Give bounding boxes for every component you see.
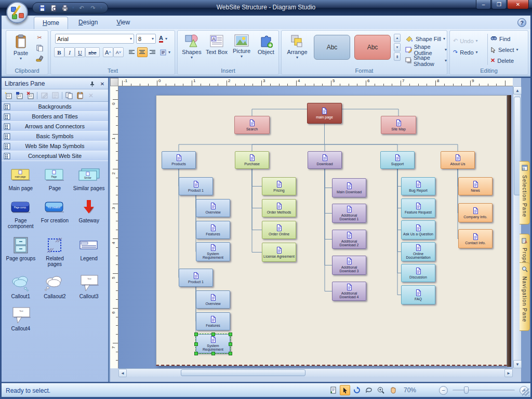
tab-home[interactable]: Home — [34, 17, 68, 29]
shapes-button[interactable]: Shapes▾ — [180, 32, 204, 66]
pan-hand-icon[interactable] — [388, 385, 398, 395]
shape-fill-button[interactable]: Shape Fill▾ — [405, 34, 445, 44]
palette-item-callout3[interactable]: TextCallout3 — [72, 274, 106, 299]
diagram-node-bugreport[interactable]: Bug Report — [401, 177, 435, 195]
text-direction-button[interactable]: ▾ — [160, 47, 170, 57]
copy-shape-icon[interactable] — [64, 91, 74, 100]
palette-item-for-creation[interactable]: For creationFor creation — [38, 198, 72, 229]
side-tab-selection-pane[interactable]: Selection Pane — [520, 161, 530, 224]
zoom-out-button[interactable]: − — [439, 386, 448, 395]
scroll-right-button[interactable]: ► — [504, 369, 513, 377]
grow-font-button[interactable]: A˄ — [103, 47, 113, 57]
horizontal-scrollbar[interactable]: ◄ ► — [118, 368, 513, 377]
diagram-node-companyinfo[interactable]: Company Info. — [458, 203, 493, 222]
new-library-icon[interactable] — [4, 91, 13, 100]
diagram-node-faq[interactable]: FAQ — [401, 285, 435, 304]
selection-handle[interactable] — [211, 332, 215, 336]
library-category-basic-symbols[interactable]: Basic Symbols — [2, 131, 108, 141]
zoom-slider[interactable] — [453, 390, 515, 391]
style-gallery-down[interactable]: ▼ — [394, 43, 401, 51]
tab-view[interactable]: View — [108, 17, 138, 29]
font-size-select[interactable]: 8▾ — [136, 34, 156, 44]
palette-item-page-component[interactable]: Page comp.Page component — [4, 198, 38, 229]
palette-item-callaout2[interactable]: Callaout2 — [38, 274, 72, 299]
diagram-node-download[interactable]: Download — [308, 151, 342, 169]
diagram-node-adddl3[interactable]: Additional Download 3 — [332, 256, 366, 275]
font-name-select[interactable]: Arial▾ — [55, 34, 134, 44]
format-painter-button[interactable] — [34, 54, 45, 63]
diagram-node-sysreq2[interactable]: System Requirement — [196, 334, 230, 353]
library-category-borders-and-titles[interactable]: Borders and Titles — [2, 112, 108, 122]
palette-item-legend[interactable]: Legend — [72, 236, 106, 267]
palette-item-page[interactable]: PagePage — [38, 166, 72, 191]
diagram-node-contactinfo[interactable]: Contact Info. — [458, 229, 493, 248]
selection-handle[interactable] — [211, 352, 215, 355]
diagram-node-sitemap[interactable]: Site Map — [381, 116, 416, 134]
align-center-button[interactable] — [137, 47, 148, 57]
diagram-node-license[interactable]: License Agreement — [262, 243, 296, 262]
diagram-node-news[interactable]: News — [458, 177, 493, 195]
minimize-button[interactable]: – — [476, 0, 491, 9]
palette-item-page-groups[interactable]: Page groups — [4, 236, 38, 267]
pan-rotate-icon[interactable] — [352, 385, 362, 395]
diagram-node-orderonline[interactable]: Order Online — [262, 221, 296, 239]
underline-button[interactable]: U — [75, 47, 85, 57]
lasso-zoom-icon[interactable] — [364, 385, 374, 395]
diagram-node-purchase[interactable]: Purchase — [235, 151, 269, 169]
palette-item-gateway[interactable]: Gateway — [72, 198, 106, 229]
paste-shape-icon[interactable] — [75, 91, 85, 100]
diagram-node-search[interactable]: Search — [234, 116, 270, 134]
diagram-node-pricing[interactable]: Pricing — [262, 177, 296, 195]
diagram-node-discussion[interactable]: Discussion — [401, 264, 435, 282]
save-icon[interactable] — [38, 4, 46, 12]
close-button[interactable]: ✕ — [507, 0, 529, 9]
diagram-node-ordermeth[interactable]: Order Methods — [262, 199, 296, 217]
text-box-button[interactable]: A Text Box — [205, 32, 229, 66]
application-menu-button[interactable] — [6, 2, 28, 23]
tab-design[interactable]: Design — [70, 17, 106, 29]
cut-button[interactable]: ✂ — [34, 33, 45, 43]
help-icon[interactable]: ? — [517, 18, 526, 27]
library-category-backgrounds[interactable]: Backgrounds — [2, 102, 108, 112]
palette-item-main-page[interactable]: main pageMain page — [4, 166, 38, 191]
shape-shadow-button[interactable]: Shape Shadow▾ — [405, 56, 447, 65]
diagram-viewport[interactable]: main pageSearchSite MapProductsPurchaseD… — [118, 86, 513, 368]
customize-qat-icon[interactable]: ▾ — [100, 6, 102, 9]
palette-item-related-pages[interactable]: Related pages — [38, 236, 72, 267]
diagram-node-products[interactable]: Products — [162, 151, 196, 169]
diagram-node-main[interactable]: main page — [307, 103, 342, 124]
font-color-button[interactable]: A ▾ — [159, 34, 167, 44]
print-preview-icon[interactable] — [49, 4, 58, 12]
bold-button[interactable]: B — [54, 47, 64, 57]
palette-item-callout4[interactable]: TextCallout4 — [4, 307, 38, 331]
zoom-region-icon[interactable] — [376, 385, 386, 395]
diagram-node-features2[interactable]: Features — [196, 312, 230, 330]
diagram-node-overview2[interactable]: Overview — [196, 290, 230, 309]
zoom-slider-thumb[interactable] — [464, 387, 469, 394]
library-category-conceptual-web-site[interactable]: Conceptual Web Site — [2, 151, 108, 161]
diagram-node-product1b[interactable]: Product 1 — [179, 269, 213, 287]
shape-style-red[interactable]: Abc — [354, 35, 391, 60]
delete-button[interactable]: ✕Delete — [490, 56, 514, 65]
picture-button[interactable]: Picture▾ — [230, 32, 254, 66]
diagram-node-features1[interactable]: Features — [196, 221, 230, 239]
close-pane-icon[interactable]: ✕ — [99, 80, 106, 87]
arrange-button[interactable]: Arrange▾ — [284, 32, 311, 66]
shape-outline-button[interactable]: Shape Outline▾ — [405, 45, 447, 55]
horizontal-scroll-thumb[interactable] — [181, 369, 305, 376]
selection-handle[interactable] — [229, 332, 232, 336]
diagram-node-adddl2[interactable]: Additional Download 2 — [332, 230, 366, 249]
find-button[interactable]: Find — [490, 34, 510, 44]
select-tool-icon[interactable] — [340, 385, 350, 395]
maximize-button[interactable]: ❐ — [491, 0, 507, 9]
selection-handle[interactable] — [194, 342, 198, 346]
diagram-node-overview1[interactable]: Overview — [196, 199, 230, 217]
style-gallery-more[interactable]: ⇟ — [394, 52, 401, 61]
italic-button[interactable]: I — [64, 47, 75, 57]
shrink-font-button[interactable]: A˅ — [113, 47, 124, 57]
diagram-node-adddl4[interactable]: Additional Download 4 — [332, 282, 366, 301]
copy-button[interactable] — [34, 43, 45, 53]
print-dropdown-icon[interactable]: ▾ — [72, 6, 74, 9]
library-category-web-site-map-symbols[interactable]: Web Site Map Symbols — [2, 141, 108, 151]
diagram-node-maindl[interactable]: Main Download — [332, 178, 366, 197]
